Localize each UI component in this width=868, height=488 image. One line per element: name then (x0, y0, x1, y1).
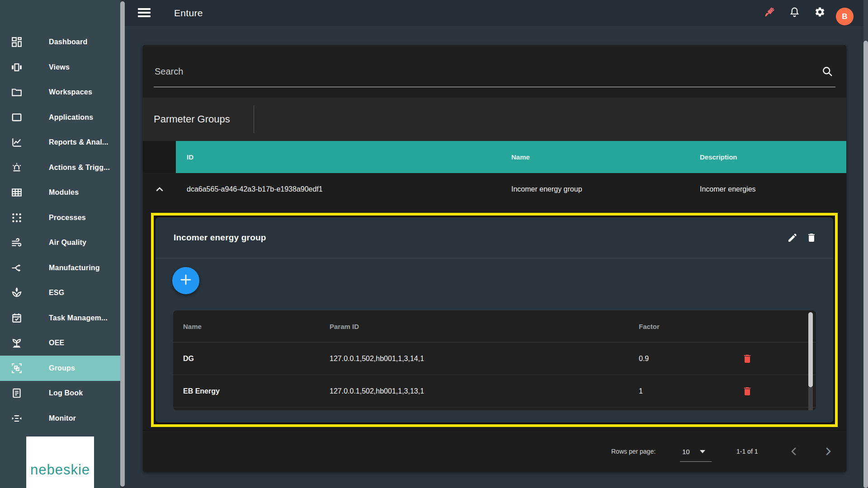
sidebar-item-label: ESG (49, 289, 64, 297)
chevron-right-icon (823, 450, 834, 458)
param-cell-param-id: 127.0.0.1,502,hb001,1,3,13,1 (330, 375, 424, 408)
sidebar: Dashboard Views Workspaces Applications (0, 0, 120, 488)
parameter-row[interactable]: DG 127.0.0.1,502,hb001,1,3,14,1 0.9 (173, 343, 816, 375)
sidebar-item-workspaces[interactable]: Workspaces (0, 80, 120, 105)
page-scrollbar-thumb[interactable] (863, 41, 868, 488)
sidebar-item-log-book[interactable]: Log Book (0, 380, 120, 406)
panel-divider (156, 258, 833, 258)
table-header-expander-cell (143, 141, 176, 173)
add-parameter-button[interactable] (172, 267, 199, 294)
parameter-row[interactable]: EB Energy 127.0.0.1,502,hb001,1,3,13,1 1 (173, 375, 816, 408)
route-split-icon (11, 262, 23, 274)
rows-per-page-underline (680, 461, 712, 462)
sidebar-item-label: Air Quality (49, 239, 86, 247)
param-column-param-id: Param ID (330, 310, 359, 343)
detail-panel-title: Incomer energy group (174, 225, 266, 250)
avatar-initial: B (842, 12, 847, 21)
sidebar-item-label: Manufacturing (49, 264, 100, 272)
wind-icon (11, 237, 23, 249)
rows-per-page-value: 10 (682, 448, 690, 455)
notifications-button[interactable] (785, 0, 803, 26)
plug-disconnected-icon (764, 6, 775, 20)
parameters-table-header: Name Param ID Factor (173, 310, 816, 343)
settings-button[interactable] (811, 0, 829, 26)
bell-icon (789, 6, 800, 19)
sidebar-item-label: Processes (49, 214, 86, 222)
sidebar-item-label: Monitor (49, 414, 76, 422)
document-lines-icon (11, 387, 23, 399)
collapse-row-button[interactable] (154, 183, 165, 195)
table-row[interactable]: dca6a565-a946-42a3-b17b-e1938a90edf1 Inc… (143, 173, 846, 206)
param-cell-name: DG (183, 343, 194, 375)
trash-icon (806, 237, 817, 244)
caret-down-icon (700, 450, 705, 453)
search-input[interactable] (154, 63, 809, 80)
delete-group-button[interactable] (806, 232, 817, 243)
delete-parameter-button[interactable] (742, 353, 753, 364)
parameter-groups-card: Parmeter Groups ID Name Description dca6… (143, 45, 846, 472)
sidebar-item-label: Dashboard (49, 38, 87, 46)
leaf-spa-icon (11, 287, 23, 299)
param-cell-name: EB Energy (183, 375, 220, 408)
grid-table-icon (11, 187, 23, 198)
rows-per-page-select[interactable]: 10 (680, 431, 712, 472)
search-section (143, 45, 846, 98)
sidebar-item-processes[interactable]: Processes (0, 205, 120, 230)
edit-group-button[interactable] (787, 232, 798, 243)
sidebar-item-label: Reports & Anal... (49, 138, 108, 146)
connection-off-button[interactable] (760, 0, 778, 26)
sidebar-item-views[interactable]: Views (0, 55, 120, 80)
sidebar-item-air-quality[interactable]: Air Quality (0, 230, 120, 255)
delete-parameter-button[interactable] (742, 386, 753, 397)
trash-icon-red (742, 390, 753, 398)
section-header: Parmeter Groups (143, 98, 846, 141)
dots-grid-icon (11, 212, 23, 224)
views-carousel-icon (11, 61, 23, 73)
sidebar-item-oee[interactable]: OEE (0, 330, 120, 356)
highlighted-detail-region: Incomer energy group (151, 213, 838, 427)
parameters-scrollbar-track (808, 387, 813, 410)
sidebar-item-esg[interactable]: ESG (0, 280, 120, 305)
column-header-description: Description (700, 141, 737, 173)
sidebar-item-label: Applications (49, 113, 93, 122)
previous-page-button[interactable] (788, 446, 799, 457)
cell-group-name: Incomer energy group (511, 173, 582, 206)
sidebar-item-monitor[interactable]: Monitor (0, 406, 120, 431)
cell-group-description: Incomer energies (700, 173, 756, 206)
sidebar-item-modules[interactable]: Modules (0, 180, 120, 205)
chevron-up-icon (154, 189, 165, 197)
group-detail-panel: Incomer energy group (156, 217, 833, 422)
folder-icon (11, 86, 23, 98)
app-screen: Dashboard Views Workspaces Applications (0, 0, 868, 488)
param-cell-factor: 0.9 (639, 343, 649, 375)
sidebar-item-applications[interactable]: Applications (0, 105, 120, 130)
chevron-left-icon (788, 450, 799, 458)
sidebar-item-label: Actions & Trigg... (49, 164, 110, 172)
app-title: Enture (174, 0, 203, 26)
sidebar-item-manufacturing[interactable]: Manufacturing (0, 255, 120, 281)
parameters-scrollbar-thumb[interactable] (808, 312, 813, 387)
brand-logo-text: nebeskie (30, 462, 90, 478)
user-avatar[interactable]: B (836, 8, 854, 25)
pagination-bar: Rows per page: 10 1-1 of 1 (143, 430, 846, 472)
section-divider (254, 105, 254, 133)
sidebar-item-label: Modules (49, 188, 79, 197)
sidebar-item-groups[interactable]: Groups (0, 356, 120, 381)
sidebar-item-reports-analytics[interactable]: Reports & Anal... (0, 130, 120, 155)
search-underline (154, 87, 835, 87)
pencil-icon (787, 237, 798, 244)
sidebar-item-dashboard[interactable]: Dashboard (0, 29, 120, 55)
param-column-factor: Factor (639, 310, 660, 343)
siren-icon (11, 162, 23, 174)
sidebar-item-actions-triggers[interactable]: Actions & Trigg... (0, 155, 120, 180)
menu-hamburger-icon[interactable] (138, 7, 151, 19)
detail-panel-actions (787, 225, 817, 250)
search-icon[interactable] (821, 65, 834, 78)
cell-group-id: dca6a565-a946-42a3-b17b-e1938a90edf1 (187, 173, 323, 206)
brand-logo: nebeskie (26, 436, 94, 488)
sidebar-item-task-management[interactable]: Task Managem... (0, 305, 120, 331)
next-page-button[interactable] (823, 446, 834, 457)
topbar: Enture B (125, 0, 863, 26)
sidebar-scrollbar[interactable] (120, 1, 125, 487)
param-cell-param-id: 127.0.0.1,502,hb001,1,3,14,1 (330, 343, 424, 375)
